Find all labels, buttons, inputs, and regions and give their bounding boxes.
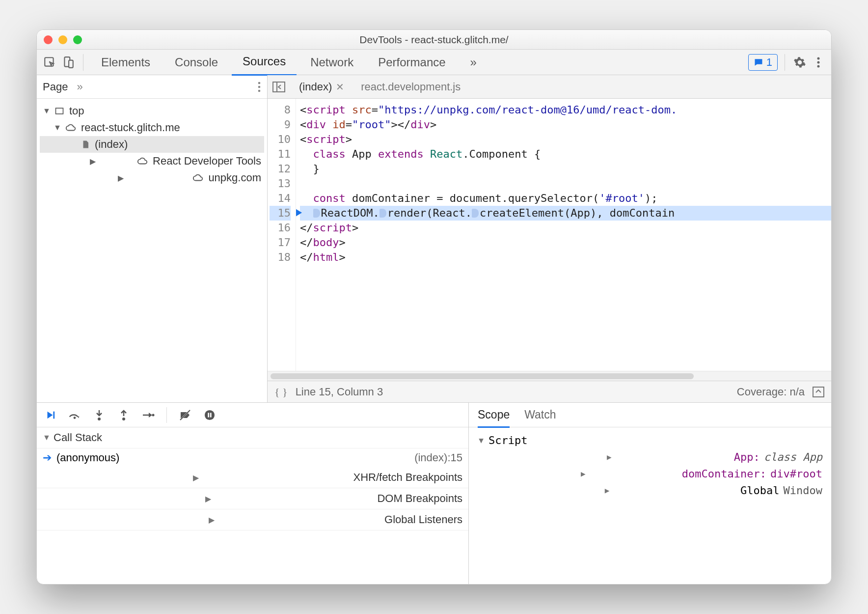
pause-exceptions-icon[interactable] — [203, 409, 216, 421]
scope-global[interactable]: GlobalWindow — [478, 482, 822, 499]
svg-rect-22 — [210, 413, 212, 417]
more-menu-icon[interactable] — [811, 55, 826, 70]
stack-frame[interactable]: ➔ (anonymous) (index):15 — [37, 448, 468, 467]
device-toggle-icon[interactable] — [60, 55, 76, 70]
scrollbar-thumb[interactable] — [271, 373, 694, 379]
cloud-icon — [65, 122, 76, 133]
code-content[interactable]: <script src="https://unpkg.com/react-dom… — [296, 99, 831, 371]
close-icon[interactable]: ✕ — [336, 81, 344, 93]
tree-top[interactable]: top — [40, 103, 264, 119]
inspect-icon[interactable] — [42, 55, 57, 70]
navigator-menu-icon[interactable] — [257, 81, 261, 93]
editor-status-bar: { } Line 15, Column 3 Coverage: n/a — [268, 381, 831, 402]
current-frame-icon: ➔ — [43, 451, 52, 464]
debugger-panel: Call Stack ➔ (anonymous) (index):15 XHR/… — [37, 402, 831, 584]
svg-point-20 — [205, 410, 215, 419]
coverage-label: Coverage: n/a — [737, 386, 805, 398]
tab-performance[interactable]: Performance — [367, 50, 456, 75]
main-tab-strip: Elements Console Sources Network Perform… — [37, 50, 831, 75]
tab-more[interactable]: » — [460, 50, 488, 75]
svg-point-17 — [152, 414, 155, 416]
tab-scope[interactable]: Scope — [478, 408, 510, 428]
svg-point-6 — [258, 82, 261, 84]
scope-domcontainer[interactable]: domContainer: div#root — [478, 466, 822, 482]
frame-icon — [54, 106, 64, 116]
toggle-navigator-icon[interactable] — [272, 82, 287, 92]
coverage-toggle-icon[interactable] — [813, 387, 824, 397]
svg-rect-12 — [813, 387, 824, 397]
svg-point-5 — [817, 65, 820, 67]
tree-react-devtools[interactable]: React Developer Tools — [40, 153, 264, 169]
scope-watch-tabs: Scope Watch — [469, 403, 831, 427]
cloud-icon — [192, 172, 203, 183]
call-stack-panel: Call Stack ➔ (anonymous) (index):15 XHR/… — [37, 403, 469, 584]
deactivate-breakpoints-icon[interactable] — [179, 409, 191, 421]
scope-app[interactable]: App: class App — [478, 449, 822, 466]
svg-point-8 — [258, 89, 261, 92]
navigator-header: Page » — [37, 75, 267, 99]
cursor-position: Line 15, Column 3 — [296, 386, 383, 398]
editor-panel: (index) ✕ react.development.js 891011121… — [268, 75, 831, 402]
tree-index-file[interactable]: (index) — [40, 136, 264, 153]
tree-unpkg[interactable]: unpkg.com — [40, 169, 264, 186]
svg-point-16 — [122, 418, 125, 420]
svg-point-14 — [74, 417, 76, 419]
scope-panel: Scope Watch Script App: class App domCon… — [469, 403, 831, 584]
window-title: DevTools - react-stuck.glitch.me/ — [37, 34, 831, 46]
call-stack-header[interactable]: Call Stack — [37, 427, 468, 448]
file-tree: top react-stuck.glitch.me (index) React … — [37, 99, 267, 190]
navigator-panel: Page » top react-stuck.glitch.me — [37, 75, 268, 402]
file-tab-react[interactable]: react.development.js — [356, 78, 465, 96]
dom-breakpoints-header[interactable]: DOM Breakpoints — [37, 488, 468, 509]
tab-elements[interactable]: Elements — [90, 50, 161, 75]
global-listeners-header[interactable]: Global Listeners — [37, 509, 468, 530]
svg-rect-9 — [56, 108, 63, 114]
tab-sources[interactable]: Sources — [232, 49, 297, 76]
file-icon — [81, 139, 90, 150]
svg-point-4 — [817, 61, 820, 63]
svg-point-15 — [98, 418, 101, 420]
divider — [83, 54, 83, 71]
settings-icon[interactable] — [792, 55, 808, 70]
issues-count: 1 — [766, 56, 772, 69]
tab-network[interactable]: Network — [299, 50, 364, 75]
svg-rect-21 — [208, 413, 209, 417]
pretty-print-icon[interactable]: { } — [274, 386, 288, 398]
step-into-icon[interactable] — [93, 409, 106, 421]
issues-badge[interactable]: 1 — [748, 54, 778, 71]
navigator-page-tab[interactable]: Page — [43, 81, 68, 93]
scope-body: Script App: class App domContainer: div#… — [469, 427, 831, 504]
line-gutter[interactable]: 89101112131415161718 — [268, 99, 296, 371]
svg-point-3 — [817, 57, 820, 59]
xhr-breakpoints-header[interactable]: XHR/fetch Breakpoints — [37, 467, 468, 488]
svg-point-7 — [258, 85, 261, 88]
file-tab-index[interactable]: (index) ✕ — [294, 78, 349, 96]
step-out-icon[interactable] — [117, 409, 130, 421]
step-icon[interactable] — [142, 409, 155, 421]
file-tab-strip: (index) ✕ react.development.js — [268, 75, 831, 99]
content-area: Page » top react-stuck.glitch.me — [37, 75, 831, 402]
divider — [785, 54, 785, 71]
debug-toolbar — [37, 403, 468, 427]
code-editor[interactable]: 89101112131415161718 <script src="https:… — [268, 99, 831, 371]
cloud-icon — [137, 156, 148, 167]
titlebar: DevTools - react-stuck.glitch.me/ — [37, 30, 831, 50]
svg-rect-2 — [69, 60, 73, 67]
step-over-icon[interactable] — [68, 409, 81, 421]
navigator-more[interactable]: » — [77, 81, 82, 93]
scope-script[interactable]: Script — [478, 432, 822, 449]
tab-console[interactable]: Console — [164, 50, 229, 75]
devtools-window: DevTools - react-stuck.glitch.me/ Elemen… — [36, 29, 832, 585]
horizontal-scrollbar[interactable] — [268, 371, 831, 381]
svg-rect-13 — [53, 411, 54, 419]
resume-icon[interactable] — [44, 409, 56, 421]
tree-domain[interactable]: react-stuck.glitch.me — [40, 119, 264, 136]
tab-watch[interactable]: Watch — [524, 408, 556, 421]
